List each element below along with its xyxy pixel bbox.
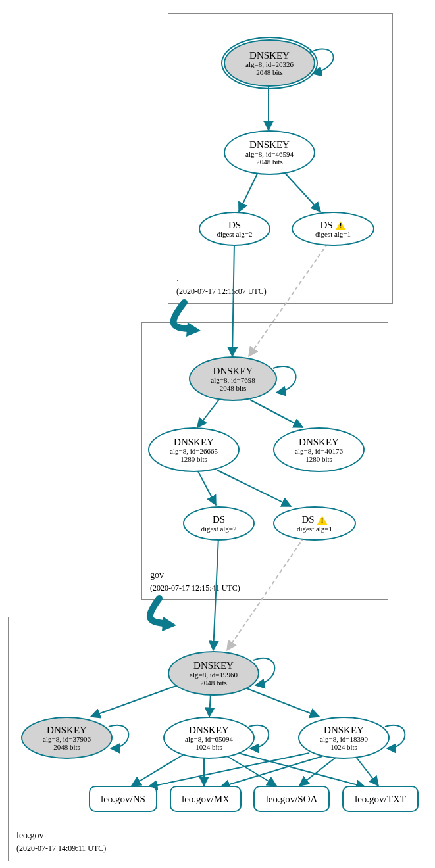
node-sub: alg=8, id=19960 (190, 671, 238, 679)
node-title: DNSKEY (324, 725, 364, 736)
node-title: leo.gov/TXT (355, 794, 406, 805)
node-root-ds1: DS digest alg=1 (292, 212, 374, 246)
node-sub: 2048 bits (220, 384, 247, 392)
node-title: leo.gov/MX (182, 794, 230, 805)
node-leo-ns: leo.gov/NS (89, 786, 157, 812)
node-sub: alg=8, id=40176 (295, 447, 343, 455)
node-leo-soa: leo.gov/SOA (253, 786, 330, 812)
node-sub: 1280 bits (180, 455, 207, 463)
node-title: DNSKEY (249, 50, 290, 61)
node-leo-txt: leo.gov/TXT (342, 786, 419, 812)
node-sub: 2048 bits (200, 679, 227, 687)
node-root-ds2: DS digest alg=2 (199, 212, 270, 246)
node-leo-zsk1: DNSKEY alg=8, id=65094 1024 bits (163, 717, 255, 759)
node-leo-zsk2: DNSKEY alg=8, id=18390 1024 bits (298, 717, 390, 759)
node-title: DNSKEY (193, 660, 234, 671)
node-sub: digest alg=2 (217, 230, 252, 238)
node-sub: alg=8, id=18390 (320, 735, 368, 743)
node-leo-k2: DNSKEY alg=8, id=37906 2048 bits (21, 717, 113, 759)
node-title: leo.gov/NS (101, 794, 145, 805)
node-title: DS (213, 514, 225, 525)
node-sub: alg=8, id=37906 (43, 735, 91, 743)
node-title: DS (228, 220, 241, 231)
node-title: DNSKEY (213, 366, 253, 377)
node-sub: 2048 bits (53, 743, 80, 751)
node-root-zsk: DNSKEY alg=8, id=46594 2048 bits (224, 130, 315, 175)
warning-icon (317, 516, 328, 525)
node-leo-mx: leo.gov/MX (170, 786, 242, 812)
node-root-ksk: DNSKEY alg=8, id=20326 2048 bits (224, 39, 315, 87)
node-sub: 1024 bits (330, 743, 357, 751)
node-sub: alg=8, id=20326 (245, 60, 294, 68)
node-sub: alg=8, id=7698 (211, 376, 255, 384)
node-sub: 2048 bits (256, 158, 283, 166)
node-sub: 2048 bits (256, 68, 283, 76)
svg-marker-0 (186, 322, 201, 337)
node-gov-ds1: DS digest alg=1 (273, 506, 356, 541)
node-title: DNSKEY (299, 437, 339, 448)
svg-marker-1 (162, 617, 176, 631)
node-sub: alg=8, id=46594 (245, 150, 294, 158)
node-title: DNSKEY (47, 725, 87, 736)
node-title: DS (320, 220, 332, 230)
node-leo-ksk: DNSKEY alg=8, id=19960 2048 bits (168, 651, 259, 696)
node-title: DNSKEY (189, 725, 229, 736)
node-sub: 1280 bits (305, 455, 332, 463)
node-title: DNSKEY (174, 437, 214, 448)
node-sub: alg=8, id=26665 (170, 447, 218, 455)
node-title: DS (301, 514, 314, 525)
node-title: DNSKEY (249, 139, 290, 151)
node-sub: 1024 bits (195, 743, 222, 751)
node-title-row: DS (320, 220, 345, 231)
node-title-row: DS (301, 514, 327, 525)
node-title: leo.gov/SOA (266, 794, 318, 805)
node-gov-zsk2: DNSKEY alg=8, id=40176 1280 bits (273, 427, 365, 472)
node-sub: alg=8, id=65094 (185, 735, 233, 743)
node-sub: digest alg=2 (201, 525, 236, 533)
node-sub: digest alg=1 (297, 525, 332, 533)
warning-icon (336, 221, 346, 230)
node-sub: digest alg=1 (315, 230, 351, 238)
node-gov-ksk: DNSKEY alg=8, id=7698 2048 bits (189, 356, 277, 401)
node-gov-zsk1: DNSKEY alg=8, id=26665 1280 bits (148, 427, 240, 472)
node-gov-ds2: DS digest alg=2 (183, 506, 255, 541)
